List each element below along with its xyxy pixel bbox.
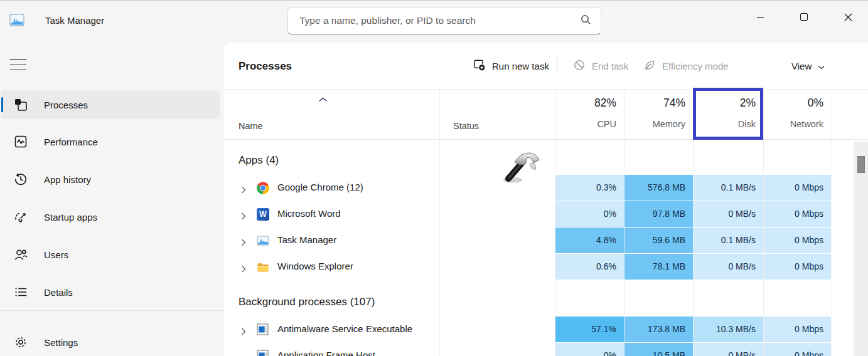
- generic-exe-icon: [257, 350, 269, 356]
- group-header-background-processes[interactable]: Background processes (107): [238, 284, 375, 320]
- chrome-icon: [257, 182, 269, 194]
- vertical-scrollbar[interactable]: [854, 142, 868, 356]
- sidebar-divider: [0, 310, 224, 311]
- startup-apps-icon: [13, 209, 29, 225]
- sidebar-item-label: Performance: [44, 137, 98, 147]
- column-header-memory[interactable]: Memory: [624, 119, 693, 129]
- cpu-cell: 57.1%: [555, 317, 624, 342]
- efficiency-mode-icon: [643, 59, 656, 73]
- process-name: Microsoft Word: [277, 208, 341, 219]
- maximize-button[interactable]: [790, 4, 818, 29]
- memory-cell: 173.8 MB: [624, 317, 693, 342]
- app-history-icon: [13, 171, 29, 187]
- search-icon[interactable]: [580, 14, 592, 28]
- generic-exe-icon: [257, 323, 269, 336]
- maximize-icon: [800, 13, 808, 21]
- word-icon: W: [257, 208, 269, 221]
- column-header-name[interactable]: Name: [238, 121, 263, 131]
- network-cell: 0 Mbps: [764, 201, 831, 227]
- minimize-icon: [757, 17, 764, 18]
- group-header-apps[interactable]: Apps (4): [238, 142, 279, 179]
- processes-icon: [13, 97, 29, 113]
- table-row-antimalware-service-executable[interactable]: Antimalware Service Executable 57.1% 173…: [224, 317, 868, 343]
- close-button[interactable]: [833, 4, 862, 29]
- close-icon: [844, 13, 852, 21]
- table-row-windows-explorer[interactable]: Windows Explorer 0.6% 78.1 MB 0 MB/s 0 M…: [224, 254, 868, 280]
- memory-cell: 59.6 MB: [624, 228, 693, 253]
- column-header-cpu[interactable]: CPU: [555, 119, 624, 129]
- process-name: Windows Explorer: [277, 261, 353, 271]
- sidebar-item-users[interactable]: Users: [1, 240, 220, 269]
- network-cell: 0 Mbps: [764, 254, 831, 280]
- sidebar-item-performance[interactable]: Performance: [1, 127, 220, 156]
- network-cell: 0 Mbps: [764, 228, 831, 253]
- disk-column-highlight-box: [693, 88, 763, 140]
- column-header-network[interactable]: Network: [764, 119, 831, 129]
- gear-icon: [13, 334, 29, 350]
- table-row-google-chrome[interactable]: Google Chrome (12) 0.3% 576.8 MB 0.1 MB/…: [224, 175, 868, 201]
- window-title: Task Manager: [45, 15, 104, 26]
- memory-cell: 97.8 MB: [624, 201, 693, 227]
- disk-cell: 0.1 MB/s: [694, 175, 763, 201]
- cpu-cell: 0%: [555, 201, 624, 227]
- sidebar-item-startup-apps[interactable]: Startup apps: [1, 202, 220, 231]
- cpu-cell: 4.8%: [555, 228, 624, 253]
- chevron-right-icon[interactable]: [241, 327, 246, 338]
- network-cell: 0 Mbps: [764, 175, 831, 201]
- efficiency-mode-label: Efficiency mode: [662, 61, 729, 71]
- sidebar-item-details[interactable]: Details: [1, 278, 220, 306]
- sidebar-item-label: Users: [44, 249, 68, 260]
- sidebar-item-label: Processes: [44, 100, 88, 110]
- sidebar-item-processes[interactable]: Processes: [1, 90, 220, 119]
- chevron-right-icon[interactable]: [241, 238, 246, 249]
- memory-cell: 78.1 MB: [624, 254, 693, 280]
- run-new-task-label: Run new task: [492, 61, 549, 71]
- run-new-task-icon: [473, 58, 486, 73]
- search-input[interactable]: Type a name, publisher, or PID to search: [287, 7, 601, 34]
- sort-ascending-icon: [318, 93, 328, 105]
- performance-icon: [13, 134, 29, 150]
- scrollbar-thumb[interactable]: [857, 156, 865, 173]
- disk-cell: 0 MB/s: [694, 343, 763, 356]
- hamburger-icon[interactable]: [10, 57, 26, 72]
- column-header-status[interactable]: Status: [453, 121, 479, 131]
- disk-cell: 0.1 MB/s: [694, 228, 763, 253]
- chevron-down-icon: [818, 61, 825, 71]
- sidebar-item-label: Details: [44, 287, 73, 298]
- network-cell: 0 Mbps: [764, 317, 831, 342]
- view-dropdown[interactable]: View: [788, 53, 828, 78]
- network-total-percent: 0%: [764, 97, 831, 110]
- chevron-right-icon[interactable]: [241, 264, 246, 275]
- sidebar-item-settings[interactable]: Settings: [1, 328, 220, 356]
- table-row-microsoft-word[interactable]: W Microsoft Word 0% 97.8 MB 0 MB/s 0 Mbp…: [224, 201, 868, 228]
- table-row-application-frame-host[interactable]: Application Frame Host 0% 10.5 MB 0 MB/s…: [224, 343, 868, 356]
- folder-icon: [257, 261, 269, 273]
- toolbar-divider: [224, 89, 868, 90]
- sidebar-item-app-history[interactable]: App history: [1, 165, 220, 194]
- process-name: Application Frame Host: [277, 350, 375, 356]
- task-manager-icon: [257, 234, 269, 247]
- efficiency-mode-button[interactable]: Efficiency mode: [640, 53, 732, 78]
- memory-total-percent: 74%: [624, 97, 693, 110]
- cpu-cell: 0%: [555, 343, 624, 356]
- sidebar-item-label: Settings: [44, 337, 78, 348]
- end-task-button[interactable]: End task: [569, 53, 632, 78]
- header-bottom-border: [224, 139, 868, 140]
- table-row-task-manager[interactable]: Task Manager 4.8% 59.6 MB 0.1 MB/s 0 Mbp…: [224, 228, 868, 254]
- details-icon: [13, 284, 29, 300]
- hammer-icon: [498, 147, 543, 189]
- processes-panel: Processes Run new task End task: [224, 43, 868, 356]
- process-name: Antimalware Service Executable: [277, 323, 412, 334]
- chevron-right-icon[interactable]: [241, 185, 246, 196]
- minimize-button[interactable]: [746, 4, 774, 29]
- chevron-right-icon[interactable]: [241, 211, 246, 223]
- search-placeholder: Type a name, publisher, or PID to search: [299, 15, 580, 26]
- run-new-task-button[interactable]: Run new task: [469, 53, 553, 78]
- toolbar-separator: [557, 56, 557, 75]
- view-label: View: [791, 61, 812, 71]
- task-manager-icon: [9, 12, 25, 28]
- end-task-label: End task: [592, 61, 628, 71]
- memory-cell: 10.5 MB: [624, 343, 693, 356]
- disk-cell: 10.3 MB/s: [694, 317, 763, 342]
- process-name: Task Manager: [277, 234, 336, 245]
